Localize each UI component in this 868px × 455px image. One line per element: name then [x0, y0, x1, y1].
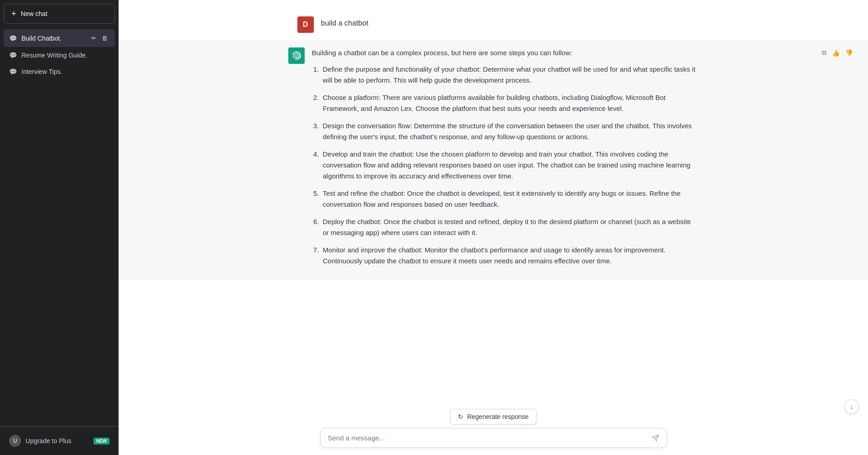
delete-button[interactable]: 🗑 — [100, 34, 109, 42]
message-actions: ⧉ 👍 👎 — [821, 47, 854, 58]
message-input[interactable] — [328, 434, 645, 442]
assistant-avatar — [288, 47, 305, 64]
new-badge: NEW — [94, 438, 109, 445]
item-actions: ✏ 🗑 — [89, 34, 109, 42]
assistant-intro: Building a chatbot can be a complex proc… — [312, 47, 699, 58]
thumbs-up-button[interactable]: 👍 — [831, 47, 841, 58]
chat-bubble-icon: 💬 — [9, 35, 17, 42]
plus-icon: + — [11, 10, 16, 18]
chat-area: D build a chatbot ⧉ 👍 👎 Building a chatb… — [119, 0, 868, 455]
user-avatar: U — [9, 435, 21, 447]
step-5: Test and refine the chatbot: Once the ch… — [321, 188, 699, 210]
step-6: Deploy the chatbot: Once the chatbot is … — [321, 216, 699, 238]
upgrade-label: Upgrade to Plus — [26, 437, 71, 445]
chat-bubble-icon: 💬 — [9, 68, 17, 75]
step-4: Develop and train the chatbot: Use the c… — [321, 149, 699, 182]
sidebar-item-interview-tips[interactable]: 💬 Interview Tips. — [4, 63, 115, 80]
send-button[interactable] — [650, 433, 661, 444]
sidebar-item-build-chatbot[interactable]: 💬 Build Chatbot. ✏ 🗑 — [4, 29, 115, 47]
regenerate-icon: ↻ — [458, 413, 463, 420]
input-area: ↻ Regenerate response — [119, 402, 868, 455]
openai-logo-icon — [292, 51, 301, 60]
step-1: Define the purpose and functionality of … — [321, 64, 699, 86]
regenerate-label: Regenerate response — [467, 413, 529, 420]
assistant-message-content: Building a chatbot can be a complex proc… — [312, 47, 699, 273]
user-avatar-letter: D — [303, 21, 308, 29]
avatar-letter: U — [13, 438, 17, 444]
step-3: Design the conversation flow: Determine … — [321, 120, 699, 142]
thumbs-down-button[interactable]: 👎 — [844, 47, 854, 58]
assistant-message-row: ⧉ 👍 👎 Building a chatbot can be a comple… — [119, 40, 868, 280]
sidebar-nav: 💬 Build Chatbot. ✏ 🗑 💬 Resume Writing Gu… — [0, 27, 119, 426]
sidebar-item-label: Build Chatbot. — [21, 35, 85, 42]
input-wrapper — [320, 428, 667, 448]
regenerate-container: ↻ Regenerate response — [128, 409, 859, 424]
sidebar: + New chat 💬 Build Chatbot. ✏ 🗑 💬 Resume… — [0, 0, 119, 455]
new-chat-button[interactable]: + New chat — [4, 4, 115, 24]
sidebar-item-label: Interview Tips. — [21, 68, 109, 75]
step-2: Choose a platform: There are various pla… — [321, 92, 699, 114]
scroll-to-bottom-button[interactable]: ↓ — [844, 399, 859, 414]
chat-bubble-icon: 💬 — [9, 52, 17, 59]
user-message-text: build a chatbot — [321, 16, 369, 33]
sidebar-item-resume-writing[interactable]: 💬 Resume Writing Guide. — [4, 47, 115, 63]
edit-button[interactable]: ✏ — [89, 34, 98, 42]
scroll-down-icon: ↓ — [850, 403, 853, 410]
send-icon — [652, 434, 659, 442]
steps-list: Define the purpose and functionality of … — [312, 64, 699, 267]
copy-button[interactable]: ⧉ — [821, 47, 828, 58]
upgrade-to-plus-button[interactable]: U Upgrade to Plus NEW — [4, 430, 115, 451]
user-message-row: D build a chatbot — [288, 9, 699, 40]
new-chat-label: New chat — [21, 10, 47, 17]
regenerate-response-button[interactable]: ↻ Regenerate response — [450, 409, 536, 424]
sidebar-item-label: Resume Writing Guide. — [21, 52, 109, 59]
assistant-inner: Building a chatbot can be a complex proc… — [288, 47, 699, 273]
sidebar-footer: U Upgrade to Plus NEW — [0, 426, 119, 455]
step-7: Monitor and improve the chatbot: Monitor… — [321, 245, 699, 267]
main-content: D build a chatbot ⧉ 👍 👎 Building a chatb… — [119, 0, 868, 455]
user-avatar: D — [297, 16, 314, 33]
